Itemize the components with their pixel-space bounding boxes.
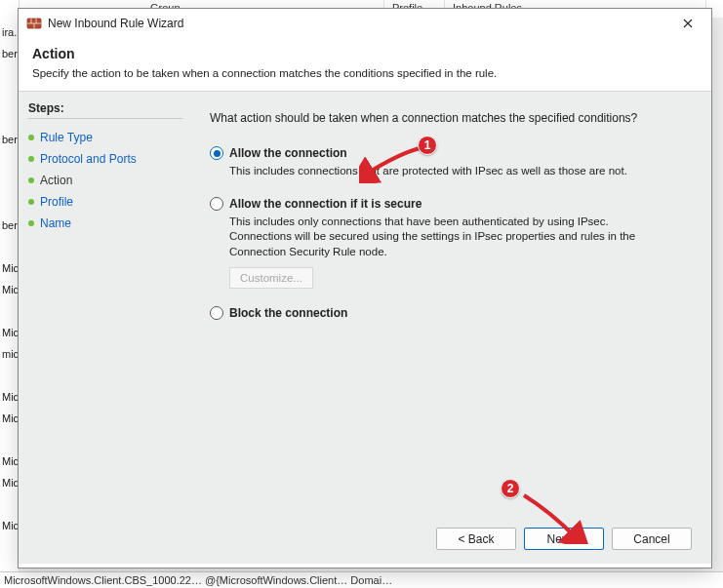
step-action[interactable]: Action bbox=[28, 170, 182, 191]
option-description: This includes connections that are prote… bbox=[210, 164, 659, 179]
step-label: Protocol and Ports bbox=[40, 152, 137, 166]
step-profile[interactable]: Profile bbox=[28, 191, 182, 213]
steps-heading: Steps: bbox=[28, 101, 182, 119]
option-allow-secure: Allow the connection if it is secure Thi… bbox=[210, 197, 688, 290]
option-label[interactable]: Allow the connection bbox=[229, 146, 347, 160]
step-label: Action bbox=[40, 174, 72, 187]
wizard-button-row: < Back Next > Cancel bbox=[436, 528, 692, 550]
close-button[interactable] bbox=[666, 10, 709, 37]
step-bullet-icon bbox=[28, 220, 34, 226]
step-bullet-icon bbox=[28, 199, 34, 205]
wizard-content: What action should be taken when a conne… bbox=[192, 92, 711, 564]
radio-block[interactable] bbox=[210, 306, 223, 320]
close-icon bbox=[683, 19, 693, 28]
customize-button: Customize... bbox=[229, 267, 313, 289]
question-text: What action should be taken when a conne… bbox=[210, 111, 688, 125]
titlebar[interactable]: New Inbound Rule Wizard bbox=[19, 9, 711, 38]
steps-sidebar: Steps: Rule Type Protocol and Ports Acti… bbox=[19, 92, 192, 564]
window-title: New Inbound Rule Wizard bbox=[48, 17, 183, 30]
step-bullet-icon bbox=[28, 177, 34, 183]
page-title: Action bbox=[32, 46, 698, 61]
back-button[interactable]: < Back bbox=[436, 528, 516, 550]
step-label: Rule Type bbox=[40, 131, 93, 144]
step-bullet-icon bbox=[28, 156, 34, 162]
next-button[interactable]: Next > bbox=[524, 528, 604, 550]
background-status-bar: MicrosoftWindows.Client.CBS_1000.22… @{M… bbox=[0, 571, 723, 588]
page-subtitle: Specify the action to be taken when a co… bbox=[32, 67, 698, 79]
background-rule-list: ira. berl berl berl Mic Mic Mic mic Mic … bbox=[0, 0, 20, 588]
option-label[interactable]: Allow the connection if it is secure bbox=[229, 197, 422, 211]
firewall-icon bbox=[26, 16, 42, 31]
option-allow: Allow the connection This includes conne… bbox=[210, 146, 688, 179]
step-bullet-icon bbox=[28, 135, 34, 140]
wizard-body: Steps: Rule Type Protocol and Ports Acti… bbox=[19, 91, 711, 564]
step-name[interactable]: Name bbox=[28, 213, 182, 234]
step-rule-type[interactable]: Rule Type bbox=[28, 127, 182, 148]
step-protocol-ports[interactable]: Protocol and Ports bbox=[28, 148, 182, 170]
cancel-button[interactable]: Cancel bbox=[612, 528, 692, 550]
step-label: Profile bbox=[40, 195, 73, 209]
radio-allow[interactable] bbox=[210, 146, 223, 160]
wizard-dialog: New Inbound Rule Wizard Action Specify t… bbox=[18, 8, 712, 568]
option-description: This includes only connections that have… bbox=[210, 215, 659, 260]
option-block: Block the connection bbox=[210, 306, 688, 320]
option-label[interactable]: Block the connection bbox=[229, 306, 347, 320]
radio-allow-secure[interactable] bbox=[210, 197, 223, 211]
step-label: Name bbox=[40, 216, 71, 230]
wizard-header: Action Specify the action to be taken wh… bbox=[19, 38, 711, 91]
